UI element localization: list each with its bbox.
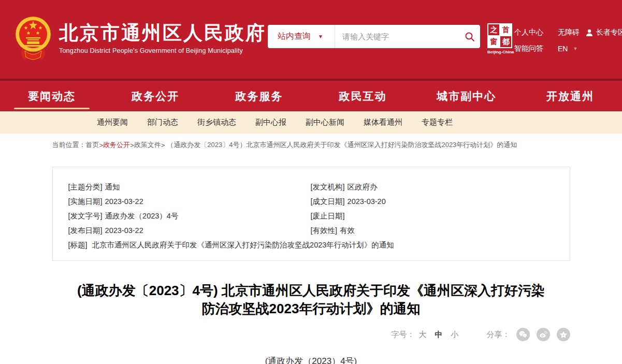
- sub-nav: 通州要闻 部门动态 街乡镇动态 副中心报 副中心新闻 媒体看通州 专题专栏: [0, 111, 622, 134]
- search-icon: [465, 32, 475, 42]
- accessibility-link[interactable]: 无障碍: [558, 28, 580, 37]
- font-size-small[interactable]: 小: [451, 330, 459, 340]
- share-label: 分享：: [487, 330, 510, 340]
- capital-window-logo[interactable]: 之 首 窗 都 Beijing-China: [487, 23, 512, 54]
- meta-value-title: 北京市通州区人民政府关于印发《通州区深入打好污染防治攻坚战2023年行动计划》的…: [92, 241, 394, 249]
- senior-zone-label: 长者专区: [596, 28, 622, 37]
- font-size-large[interactable]: 大: [419, 330, 427, 340]
- breadcrumb-policy-docs[interactable]: 政策文件: [134, 140, 161, 150]
- meta-value-topic: 通知: [105, 180, 120, 194]
- search-input[interactable]: [335, 32, 459, 41]
- site-subtitle: Tongzhou District People's Government of…: [59, 47, 266, 54]
- subnav-item-media[interactable]: 媒体看通州: [364, 118, 402, 127]
- nav-item-label: 政民互动: [339, 89, 387, 104]
- article-title: (通政办发〔2023〕4号) 北京市通州区人民政府关于印发《通州区深入打好污染防…: [52, 282, 570, 318]
- breadcrumb-separator: >: [130, 141, 134, 149]
- meta-value-issuing-org: 区政府办: [348, 180, 378, 194]
- capital-window-caption: Beijing-China: [487, 50, 512, 54]
- nav-item-gov-affairs[interactable]: 政务公开: [104, 81, 207, 111]
- smart-qa-link[interactable]: 智能问答: [514, 44, 543, 53]
- document-meta-box: [主题分类] 通知 [发文机构] 区政府办 [实施日期] 2023-03-22 …: [52, 167, 570, 261]
- breadcrumb-home[interactable]: 首页: [86, 140, 99, 150]
- subnav-item-dept-news[interactable]: 部门动态: [147, 118, 178, 127]
- capital-char-chuang: 窗: [488, 36, 499, 47]
- nav-item-open-tongzhou[interactable]: 开放通州: [518, 81, 622, 111]
- header-quick-links: 个人中心 无障碍 智能问答 EN ▼: [514, 28, 580, 60]
- capital-char-shou: 首: [500, 24, 511, 35]
- breadcrumb-current: （通政办发〔2023〕4号）北京市通州区人民政府关于印发《通州区深入打好污染防治…: [167, 140, 517, 150]
- font-size-medium[interactable]: 中: [435, 330, 443, 340]
- capital-window-grid: 之 首 窗 都: [487, 23, 512, 48]
- breadcrumb-prefix: 当前位置：: [52, 140, 86, 150]
- person-icon: [586, 29, 593, 37]
- nav-item-interaction[interactable]: 政民互动: [311, 81, 415, 111]
- breadcrumb: 当前位置： 首页 > 政务公开 > 政策文件 > （通政办发〔2023〕4号）北…: [52, 140, 570, 150]
- svg-text:z: z: [562, 333, 564, 337]
- capital-char-du: 都: [500, 36, 511, 47]
- site-search: 站内查询 ▼: [268, 25, 480, 48]
- document-number: (通政办发（2023）4号): [52, 355, 570, 364]
- share-wechat-button[interactable]: [516, 328, 530, 341]
- meta-label-doc-number: [发文字号]: [68, 209, 103, 223]
- active-tab-underline: [14, 108, 90, 109]
- nav-item-gov-services[interactable]: 政务服务: [207, 81, 311, 111]
- share-qzone-button[interactable]: z: [557, 328, 570, 341]
- main-nav: 要闻动态 政务公开 政务服务 政民互动 城市副中心 开放通州: [0, 81, 622, 111]
- breadcrumb-separator: >: [161, 141, 165, 149]
- subnav-item-tongzhou-news[interactable]: 通州要闻: [97, 118, 128, 127]
- national-emblem-icon: [15, 14, 52, 62]
- meta-label-written-date: [成文日期]: [311, 194, 345, 209]
- personal-center-link[interactable]: 个人中心: [514, 28, 543, 37]
- meta-label-title: [标题]: [68, 241, 88, 249]
- subnav-item-subcenter-news[interactable]: 副中心新闻: [306, 118, 344, 127]
- search-button[interactable]: [459, 25, 480, 48]
- meta-label-issuing-org: [发文机构]: [311, 180, 345, 194]
- breadcrumb-separator: >: [99, 141, 104, 149]
- capital-char-zhi: 之: [488, 24, 499, 35]
- nav-item-label: 开放通州: [546, 89, 594, 104]
- font-size-label: 字号：: [392, 330, 415, 340]
- weibo-icon: [539, 331, 547, 338]
- senior-zone-link[interactable]: 长者专区: [586, 28, 622, 37]
- article-controls: 字号： 大 中 小 分享：: [52, 327, 570, 342]
- nav-item-label: 城市副中心: [437, 89, 496, 104]
- meta-value-doc-number: 通政办发（2023）4号: [105, 209, 179, 223]
- english-link[interactable]: EN: [558, 45, 568, 53]
- search-scope-dropdown[interactable]: 站内查询 ▼: [268, 31, 335, 42]
- subnav-item-subcenter-paper[interactable]: 副中心报: [255, 118, 286, 127]
- nav-item-label: 要闻动态: [28, 89, 76, 104]
- search-scope-label: 站内查询: [278, 31, 311, 42]
- share-weibo-button[interactable]: [537, 328, 550, 341]
- meta-label-validity: [有效性]: [311, 223, 338, 238]
- breadcrumb-gov-affairs[interactable]: 政务公开: [103, 140, 130, 150]
- meta-label-publish-date: [发布日期]: [68, 223, 103, 238]
- nav-item-label: 政务公开: [132, 89, 179, 104]
- meta-label-repeal-date: [废止日期]: [311, 209, 345, 223]
- meta-value-implement-date: 2023-03-22: [105, 194, 143, 209]
- site-brand[interactable]: 北京市通州区人民政府 Tongzhou District People's Go…: [15, 14, 266, 62]
- nav-item-label: 政务服务: [235, 89, 283, 104]
- nav-item-subcenter[interactable]: 城市副中心: [415, 81, 518, 111]
- chevron-down-icon: ▼: [318, 34, 323, 39]
- meta-value-publish-date: 2023-03-22: [105, 223, 143, 238]
- subnav-item-township-news[interactable]: 街乡镇动态: [197, 118, 236, 127]
- nav-item-news[interactable]: 要闻动态: [0, 81, 104, 111]
- site-header: 北京市通州区人民政府 Tongzhou District People's Go…: [0, 0, 622, 79]
- meta-label-implement-date: [实施日期]: [68, 194, 103, 209]
- meta-value-validity: 有效: [340, 223, 355, 238]
- meta-label-topic: [主题分类]: [68, 180, 103, 194]
- wechat-icon: [519, 331, 527, 338]
- qzone-star-icon: z: [559, 331, 568, 339]
- subnav-item-special-topics[interactable]: 专题专栏: [422, 118, 453, 127]
- chevron-down-icon: ▼: [573, 46, 577, 51]
- main-content: 当前位置： 首页 > 政务公开 > 政策文件 > （通政办发〔2023〕4号）北…: [52, 140, 570, 364]
- site-title: 北京市通州区人民政府: [59, 22, 266, 45]
- share-icons: z: [516, 328, 570, 341]
- meta-value-written-date: 2023-03-20: [348, 194, 386, 209]
